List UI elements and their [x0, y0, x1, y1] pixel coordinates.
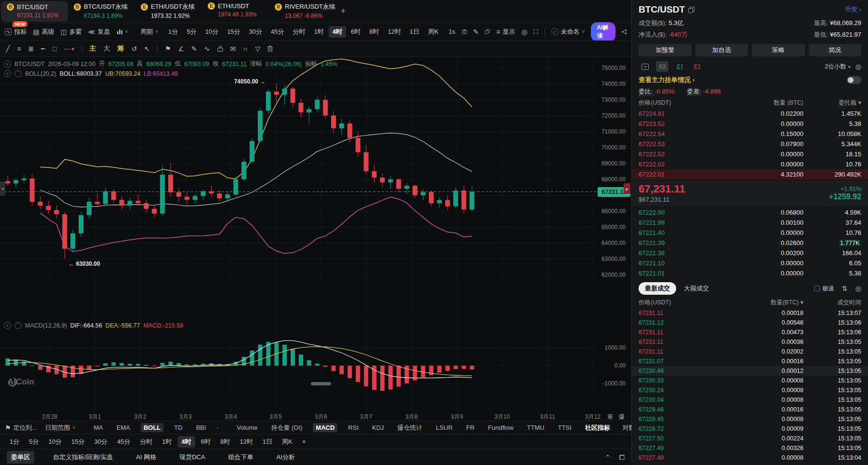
- tf-分时[interactable]: 分时: [136, 436, 156, 448]
- indicator-TTSI[interactable]: TTSI: [555, 423, 574, 432]
- period-15分[interactable]: 15分: [223, 26, 244, 38]
- rectangle-tool-icon[interactable]: □: [53, 45, 56, 53]
- option-社区指标[interactable]: 社区指标: [582, 423, 613, 433]
- ray-tool-icon[interactable]: ╾: [41, 45, 45, 53]
- trade-row[interactable]: 67231.110.0047315:13:06: [632, 328, 868, 337]
- trade-row[interactable]: 67227.490.0032615:13:05: [632, 443, 868, 453]
- period-分时[interactable]: 分时: [289, 26, 309, 38]
- symbol-tab[interactable]: BBTC/USDT永续67194.3 1.89%: [68, 0, 135, 23]
- book-both-sides-icon[interactable]: [656, 61, 668, 72]
- trade-row[interactable]: 67230.040.0000815:13:05: [632, 395, 868, 405]
- period-周K[interactable]: 周K: [424, 26, 442, 38]
- alert-bell-icon[interactable]: ⌒: [14, 70, 22, 77]
- main-orders-link[interactable]: 查看主力挂单情况 ›: [639, 76, 694, 84]
- indicator-MACD[interactable]: MACD: [313, 423, 337, 432]
- trendline-tool-icon[interactable]: ╱: [6, 45, 10, 53]
- trade-row[interactable]: 67228.720.0000915:13:05: [632, 424, 868, 434]
- express-checkbox[interactable]: 极速: [814, 285, 834, 293]
- share-icon[interactable]: [622, 28, 627, 35]
- decimals-dropdown[interactable]: 2位小数▾: [825, 63, 850, 71]
- pencil-icon[interactable]: ✎: [473, 28, 479, 35]
- tf-1日[interactable]: 1日: [259, 436, 276, 448]
- date-range-dropdown[interactable]: 日期范围˅: [45, 424, 75, 432]
- fullscreen-icon[interactable]: [534, 28, 538, 35]
- ai-explain-button[interactable]: AI解读: [591, 22, 615, 41]
- note-icon[interactable]: ✉: [230, 45, 236, 53]
- seconds-button[interactable]: 1s: [449, 28, 455, 35]
- tab-latest-trades[interactable]: 最新成交: [639, 282, 676, 295]
- trade-row[interactable]: 67231.070.0001615:13:05: [632, 356, 868, 366]
- layout-name-dropdown[interactable]: ✓ 未命名 ˅: [551, 27, 585, 36]
- book-settings-icon[interactable]: ◎: [855, 63, 861, 70]
- wave-tool-icon[interactable]: ∿: [204, 45, 210, 53]
- orderbook-bid-row[interactable]: 67221.100.000006.05: [632, 258, 868, 268]
- trade-row[interactable]: 67231.120.0054615:13:06: [632, 318, 868, 328]
- axis-extra-爆[interactable]: 爆: [619, 413, 625, 421]
- orderbook-ask-row[interactable]: 67222.014.32100290.492K: [632, 169, 868, 179]
- tf-close-button[interactable]: ×: [298, 437, 310, 447]
- cursor-icon[interactable]: ↖: [144, 45, 150, 53]
- tab-large-trades[interactable]: 大额成交: [684, 284, 709, 293]
- symbol-tab[interactable]: BBTC/USDT67231.11 1.91%: [1, 1, 68, 22]
- trade-row[interactable]: 67230.240.0000815:13:05: [632, 385, 868, 395]
- brush-tool-icon[interactable]: ⋯●: [64, 45, 74, 53]
- orderbook-bid-row[interactable]: 67222.000.068004.59K: [632, 207, 868, 218]
- filter-icon[interactable]: ▽: [255, 45, 260, 53]
- button-简况[interactable]: 简况: [809, 44, 862, 56]
- big-chart-button[interactable]: 大: [104, 44, 110, 53]
- locate-button[interactable]: ⚑定位到...: [5, 424, 37, 432]
- tf-8时[interactable]: 8时: [216, 436, 234, 448]
- collapse-icon[interactable]: ˅: [4, 70, 11, 77]
- indicator-LSUR[interactable]: LSUR: [433, 423, 456, 432]
- orderbook-bid-row[interactable]: 67221.380.00200166.04: [632, 248, 868, 258]
- replay-button[interactable]: ≪ 复盘: [88, 27, 110, 36]
- period-dropdown[interactable]: 周期 ˅: [140, 27, 158, 36]
- chip-distribution-button[interactable]: 筹: [118, 44, 124, 53]
- footer-委单区[interactable]: 委单区: [7, 451, 34, 464]
- tf-12时[interactable]: 12时: [236, 436, 256, 448]
- footer-自定义指标/回测/实盘[interactable]: 自定义指标/回测/实盘: [49, 451, 117, 464]
- book-popout-icon[interactable]: [639, 61, 651, 72]
- ruler-icon[interactable]: ∠: [178, 45, 185, 53]
- multi-window-button[interactable]: ◫ 多窗: [61, 27, 82, 36]
- tf-周K[interactable]: 周K: [278, 436, 296, 448]
- tf-10分[interactable]: 10分: [44, 436, 65, 448]
- sort-icon[interactable]: ⇅: [842, 285, 848, 292]
- symbol-tab[interactable]: EETH/USDT1974.46 1.93%: [202, 0, 269, 23]
- main-orders-toggle[interactable]: [847, 76, 861, 84]
- period-10分[interactable]: 10分: [201, 26, 222, 38]
- orderbook-bid-row[interactable]: 67221.400.0000010.76: [632, 228, 868, 238]
- indicator-BOLL[interactable]: BOLL: [141, 423, 163, 432]
- tf-30分[interactable]: 30分: [90, 436, 111, 448]
- collapse-icon[interactable]: ˅: [4, 60, 11, 68]
- lines-list-icon[interactable]: ≣: [28, 45, 34, 53]
- indicator-持仓量 (OI)[interactable]: 持仓量 (OI): [268, 423, 305, 433]
- trade-row[interactable]: 67231.110.0003615:13:05: [632, 337, 868, 347]
- orderbook-ask-row[interactable]: 67224.810.022001.457K: [632, 109, 868, 119]
- period-6时[interactable]: 6时: [347, 26, 364, 38]
- footer-AI 网格[interactable]: AI 网格: [132, 451, 160, 464]
- chart-area[interactable]: ˅ BTC/USDT 2026-03-09 12:00 开67205.06 高6…: [0, 57, 631, 412]
- lock-icon[interactable]: [217, 45, 223, 52]
- symbol-tab[interactable]: EETH/USDT永续1973.32 1.92%: [135, 0, 202, 23]
- indicator-Fundflow[interactable]: Fundflow: [485, 423, 517, 432]
- orderbook-ask-row[interactable]: 67222.530.079005.344K: [632, 139, 868, 149]
- indicator-KDJ[interactable]: KDJ: [369, 423, 387, 432]
- orderbook-ask-row[interactable]: 67222.520.0000018.15: [632, 149, 868, 159]
- indicator-TD[interactable]: TD: [171, 423, 185, 432]
- indicator-TTMU[interactable]: TTMU: [524, 423, 547, 432]
- period-1分[interactable]: 1分: [164, 26, 182, 38]
- tf-1时[interactable]: 1时: [158, 436, 175, 448]
- indicator-button[interactable]: ∿ 指标 NEW: [5, 27, 27, 36]
- add-tab-button[interactable]: +: [336, 0, 350, 23]
- trade-row[interactable]: 67230.330.0000815:13:05: [632, 376, 868, 385]
- orderbook-bid-row[interactable]: 67221.390.026001.777K: [632, 238, 868, 248]
- magnet-icon[interactable]: ∩: [243, 45, 248, 53]
- period-5分[interactable]: 5分: [183, 26, 200, 38]
- period-1日[interactable]: 1日: [406, 26, 423, 38]
- tf-1分[interactable]: 1分: [6, 436, 23, 448]
- indicator-RSI[interactable]: RSI: [345, 423, 361, 432]
- bookmark-icon[interactable]: ⚑: [165, 45, 171, 53]
- orderbook-ask-row[interactable]: 67222.540.1500010.058K: [632, 129, 868, 139]
- book-buy-only-icon[interactable]: [673, 61, 686, 72]
